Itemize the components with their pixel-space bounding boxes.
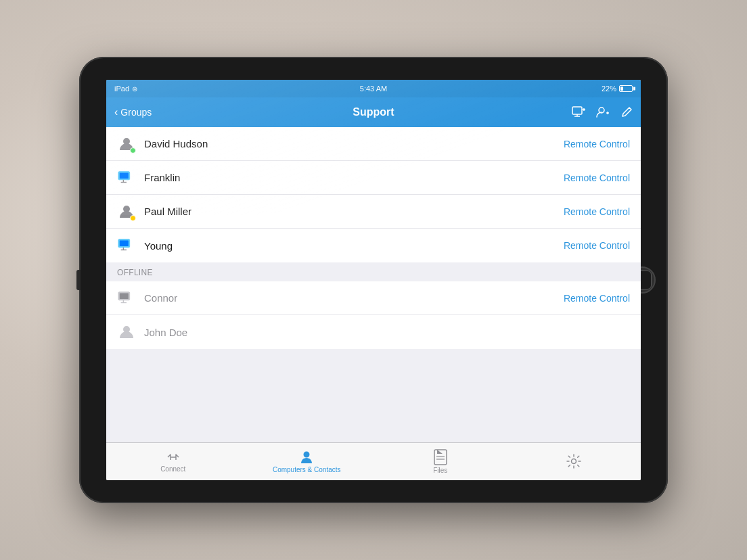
status-dot-green xyxy=(130,147,136,154)
item-icon-paul xyxy=(117,202,136,221)
settings-icon xyxy=(566,454,581,469)
connect-icon xyxy=(165,450,181,464)
list-item[interactable]: Young Remote Control xyxy=(106,229,641,262)
status-time: 5:43 AM xyxy=(360,85,387,93)
tab-connect-label: Connect xyxy=(160,465,185,473)
status-bar: iPad ⊛ 5:43 AM 22% xyxy=(106,80,641,97)
remote-control-link[interactable]: Remote Control xyxy=(564,206,630,217)
online-list: David Hudson Remote Control Franklin xyxy=(106,127,641,262)
battery-icon xyxy=(619,85,633,92)
add-contact-icon[interactable] xyxy=(596,106,610,118)
side-button xyxy=(76,270,81,290)
back-label: Groups xyxy=(120,107,152,118)
chevron-left-icon: ‹ xyxy=(114,106,118,118)
item-name: David Hudson xyxy=(144,138,564,149)
tab-bar: Connect Computers & Contacts xyxy=(106,442,641,480)
svg-rect-0 xyxy=(572,107,582,114)
item-name: Paul Miller xyxy=(144,206,564,217)
remote-control-link[interactable]: Remote Control xyxy=(564,293,630,304)
ipad-screen: iPad ⊛ 5:43 AM 22% ‹ Groups Support xyxy=(106,80,641,480)
list-item[interactable]: Franklin Remote Control xyxy=(106,161,641,195)
battery-pct-label: 22% xyxy=(602,85,616,93)
offline-list: Connor Remote Control John Doe xyxy=(106,281,641,349)
item-name: Young xyxy=(144,240,564,252)
item-name: Connor xyxy=(144,292,564,304)
item-icon-david xyxy=(117,135,136,154)
item-icon-connor xyxy=(117,289,136,308)
svg-rect-19 xyxy=(120,293,129,298)
list-item[interactable]: Connor Remote Control xyxy=(106,281,641,315)
status-right: 22% xyxy=(602,85,633,93)
nav-title: Support xyxy=(353,106,394,118)
empty-area xyxy=(106,349,641,442)
computers-contacts-icon xyxy=(298,450,315,465)
tab-files-label: Files xyxy=(433,467,447,474)
files-icon xyxy=(434,449,447,465)
tab-computers-contacts-label: Computers & Contacts xyxy=(273,466,341,473)
svg-point-28 xyxy=(572,459,576,463)
remote-control-link[interactable]: Remote Control xyxy=(564,172,630,183)
list-item[interactable]: John Doe xyxy=(106,315,641,349)
svg-rect-25 xyxy=(434,450,447,465)
list-item[interactable]: Paul Miller Remote Control xyxy=(106,195,641,229)
tab-computers-contacts[interactable]: Computers & Contacts xyxy=(240,443,374,480)
nav-bar: ‹ Groups Support xyxy=(106,97,641,127)
item-icon-franklin xyxy=(117,168,136,187)
tab-connect[interactable]: Connect xyxy=(106,443,240,480)
item-name: Franklin xyxy=(144,172,564,183)
item-icon-johndoe xyxy=(117,323,136,342)
svg-rect-15 xyxy=(120,241,129,246)
remote-control-link[interactable]: Remote Control xyxy=(564,240,630,251)
tab-files[interactable]: Files xyxy=(374,443,507,480)
status-left: iPad ⊛ xyxy=(114,85,137,93)
back-button[interactable]: ‹ Groups xyxy=(114,106,152,118)
device-name: iPad xyxy=(114,85,129,93)
offline-section-header: OFFLINE xyxy=(106,262,641,281)
item-name: John Doe xyxy=(144,327,630,338)
remote-control-link[interactable]: Remote Control xyxy=(564,139,630,149)
status-dot-yellow xyxy=(130,215,136,221)
nav-actions xyxy=(572,106,633,118)
tab-settings[interactable] xyxy=(507,443,641,480)
item-icon-young xyxy=(117,236,136,255)
add-computer-icon[interactable] xyxy=(572,106,585,118)
wifi-icon: ⊛ xyxy=(132,85,137,93)
list-item[interactable]: David Hudson Remote Control xyxy=(106,127,641,161)
svg-point-24 xyxy=(304,452,310,458)
ipad-frame: iPad ⊛ 5:43 AM 22% ‹ Groups Support xyxy=(79,57,668,503)
edit-icon[interactable] xyxy=(620,106,633,118)
content-area: David Hudson Remote Control Franklin xyxy=(106,127,641,442)
svg-rect-10 xyxy=(120,172,129,178)
